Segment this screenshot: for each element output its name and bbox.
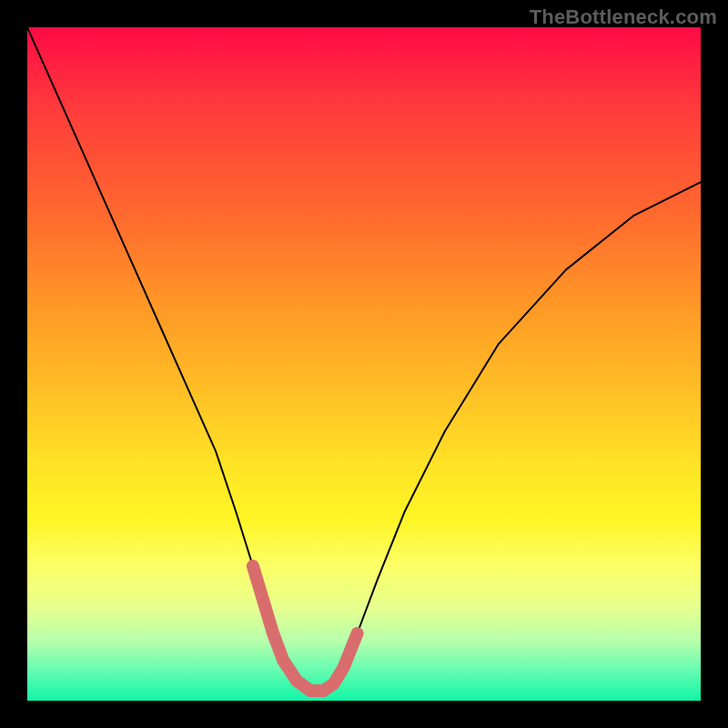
curve-line — [27, 27, 701, 691]
watermark-text: TheBottleneck.com — [530, 5, 717, 29]
chart-plot-area — [27, 27, 701, 701]
chart-svg — [27, 27, 701, 701]
highlight-line — [253, 566, 358, 691]
